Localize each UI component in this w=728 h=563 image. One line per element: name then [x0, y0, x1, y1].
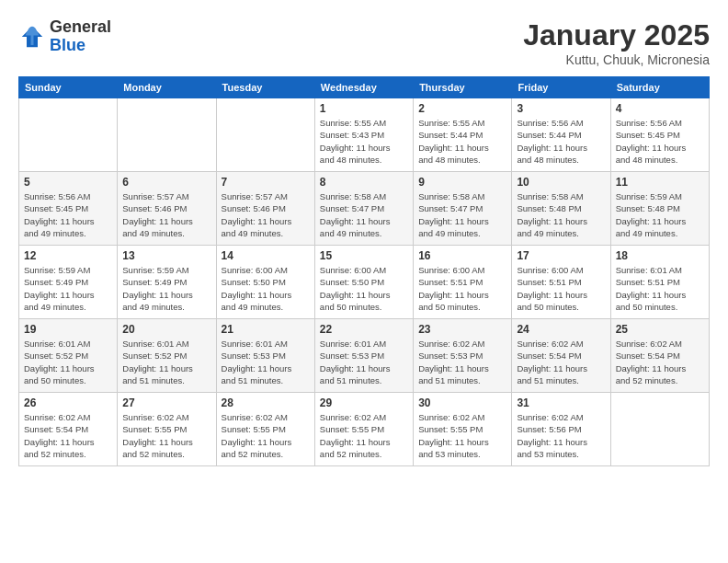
day-number: 3 [517, 102, 605, 115]
header-tuesday: Tuesday [216, 77, 314, 98]
day-info: Sunrise: 5:57 AMSunset: 5:46 PMDaylight:… [222, 190, 310, 239]
table-row: 28Sunrise: 6:02 AMSunset: 5:55 PMDayligh… [216, 393, 314, 466]
day-info: Sunrise: 6:02 AMSunset: 5:56 PMDaylight:… [517, 411, 605, 460]
table-row: 9Sunrise: 5:58 AMSunset: 5:47 PMDaylight… [414, 172, 512, 246]
day-number: 15 [320, 249, 408, 262]
day-number: 17 [517, 249, 605, 262]
table-row: 29Sunrise: 6:02 AMSunset: 5:55 PMDayligh… [314, 393, 413, 466]
day-info: Sunrise: 6:00 AMSunset: 5:51 PMDaylight:… [517, 264, 605, 313]
day-number: 27 [122, 396, 210, 409]
table-row: 5Sunrise: 5:56 AMSunset: 5:45 PMDaylight… [19, 172, 118, 246]
day-number: 30 [418, 396, 506, 409]
header-saturday: Saturday [610, 77, 709, 98]
day-info: Sunrise: 5:57 AMSunset: 5:46 PMDaylight:… [122, 190, 210, 239]
day-info: Sunrise: 5:58 AMSunset: 5:48 PMDaylight:… [517, 190, 605, 239]
table-row: 17Sunrise: 6:00 AMSunset: 5:51 PMDayligh… [512, 246, 610, 319]
table-row: 6Sunrise: 5:57 AMSunset: 5:46 PMDaylight… [118, 172, 216, 246]
table-row: 19Sunrise: 6:01 AMSunset: 5:52 PMDayligh… [19, 319, 118, 393]
day-info: Sunrise: 6:02 AMSunset: 5:55 PMDaylight:… [122, 411, 210, 460]
day-number: 11 [616, 176, 704, 189]
title-area: January 2025 Kuttu, Chuuk, Micronesia [523, 18, 710, 67]
day-info: Sunrise: 6:02 AMSunset: 5:55 PMDaylight:… [222, 411, 310, 460]
table-row: 15Sunrise: 6:00 AMSunset: 5:50 PMDayligh… [314, 246, 413, 319]
day-number: 26 [24, 396, 112, 409]
table-row: 12Sunrise: 5:59 AMSunset: 5:49 PMDayligh… [19, 246, 118, 319]
page: General Blue January 2025 Kuttu, Chuuk, … [0, 0, 728, 563]
day-number: 19 [24, 323, 112, 336]
day-info: Sunrise: 6:02 AMSunset: 5:55 PMDaylight:… [320, 411, 408, 460]
table-row: 11Sunrise: 5:59 AMSunset: 5:48 PMDayligh… [610, 172, 709, 246]
table-row [19, 98, 118, 172]
day-number: 6 [122, 176, 210, 189]
header-friday: Friday [512, 77, 610, 98]
day-info: Sunrise: 5:59 AMSunset: 5:48 PMDaylight:… [616, 190, 704, 239]
logo-icon [18, 23, 46, 51]
day-info: Sunrise: 6:02 AMSunset: 5:54 PMDaylight:… [24, 411, 112, 460]
day-number: 7 [222, 176, 310, 189]
table-row: 1Sunrise: 5:55 AMSunset: 5:43 PMDaylight… [314, 98, 413, 172]
day-info: Sunrise: 5:59 AMSunset: 5:49 PMDaylight:… [122, 264, 210, 313]
table-row: 24Sunrise: 6:02 AMSunset: 5:54 PMDayligh… [512, 319, 610, 393]
day-number: 13 [122, 249, 210, 262]
calendar-week-3: 12Sunrise: 5:59 AMSunset: 5:49 PMDayligh… [19, 246, 710, 319]
day-number: 21 [222, 323, 310, 336]
logo-general-text: General [50, 18, 111, 37]
day-number: 9 [418, 176, 506, 189]
day-info: Sunrise: 6:00 AMSunset: 5:51 PMDaylight:… [418, 264, 506, 313]
calendar: Sunday Monday Tuesday Wednesday Thursday… [18, 76, 710, 466]
day-number: 31 [517, 396, 605, 409]
table-row: 13Sunrise: 5:59 AMSunset: 5:49 PMDayligh… [118, 246, 216, 319]
day-info: Sunrise: 6:01 AMSunset: 5:53 PMDaylight:… [320, 338, 408, 386]
day-info: Sunrise: 5:59 AMSunset: 5:49 PMDaylight:… [24, 264, 112, 313]
day-info: Sunrise: 6:00 AMSunset: 5:50 PMDaylight:… [222, 264, 310, 313]
day-number: 8 [320, 176, 408, 189]
table-row: 4Sunrise: 5:56 AMSunset: 5:45 PMDaylight… [610, 98, 709, 172]
table-row: 3Sunrise: 5:56 AMSunset: 5:44 PMDaylight… [512, 98, 610, 172]
day-info: Sunrise: 5:58 AMSunset: 5:47 PMDaylight:… [320, 190, 408, 239]
table-row: 2Sunrise: 5:55 AMSunset: 5:44 PMDaylight… [414, 98, 512, 172]
day-info: Sunrise: 6:00 AMSunset: 5:50 PMDaylight:… [320, 264, 408, 313]
day-info: Sunrise: 5:55 AMSunset: 5:44 PMDaylight:… [418, 117, 506, 166]
table-row: 18Sunrise: 6:01 AMSunset: 5:51 PMDayligh… [610, 246, 709, 319]
table-row [118, 98, 216, 172]
table-row: 25Sunrise: 6:02 AMSunset: 5:54 PMDayligh… [610, 319, 709, 393]
day-number: 5 [24, 176, 112, 189]
day-number: 18 [616, 249, 704, 262]
table-row: 16Sunrise: 6:00 AMSunset: 5:51 PMDayligh… [414, 246, 512, 319]
day-number: 16 [418, 249, 506, 262]
table-row: 26Sunrise: 6:02 AMSunset: 5:54 PMDayligh… [19, 393, 118, 466]
day-info: Sunrise: 6:01 AMSunset: 5:52 PMDaylight:… [122, 338, 210, 386]
header-sunday: Sunday [19, 77, 118, 98]
month-title: January 2025 [523, 18, 710, 52]
header-wednesday: Wednesday [314, 77, 413, 98]
day-info: Sunrise: 5:55 AMSunset: 5:43 PMDaylight:… [320, 117, 408, 166]
day-info: Sunrise: 6:01 AMSunset: 5:52 PMDaylight:… [24, 338, 112, 386]
day-info: Sunrise: 5:56 AMSunset: 5:45 PMDaylight:… [24, 190, 112, 239]
day-number: 12 [24, 249, 112, 262]
day-info: Sunrise: 6:01 AMSunset: 5:51 PMDaylight:… [616, 264, 704, 313]
day-number: 1 [320, 102, 408, 115]
day-number: 29 [320, 396, 408, 409]
day-number: 28 [222, 396, 310, 409]
day-number: 2 [418, 102, 506, 115]
logo-text: General Blue [50, 18, 111, 55]
table-row: 23Sunrise: 6:02 AMSunset: 5:53 PMDayligh… [414, 319, 512, 393]
table-row: 7Sunrise: 5:57 AMSunset: 5:46 PMDaylight… [216, 172, 314, 246]
day-info: Sunrise: 5:56 AMSunset: 5:44 PMDaylight:… [517, 117, 605, 166]
day-number: 4 [616, 102, 704, 115]
calendar-week-2: 5Sunrise: 5:56 AMSunset: 5:45 PMDaylight… [19, 172, 710, 246]
day-info: Sunrise: 6:01 AMSunset: 5:53 PMDaylight:… [222, 338, 310, 386]
day-number: 14 [222, 249, 310, 262]
day-info: Sunrise: 6:02 AMSunset: 5:54 PMDaylight:… [616, 338, 704, 386]
calendar-week-1: 1Sunrise: 5:55 AMSunset: 5:43 PMDaylight… [19, 98, 710, 172]
table-row: 31Sunrise: 6:02 AMSunset: 5:56 PMDayligh… [512, 393, 610, 466]
logo-blue-text: Blue [50, 37, 111, 55]
day-info: Sunrise: 6:02 AMSunset: 5:55 PMDaylight:… [418, 411, 506, 460]
header-thursday: Thursday [414, 77, 512, 98]
table-row: 27Sunrise: 6:02 AMSunset: 5:55 PMDayligh… [118, 393, 216, 466]
day-number: 22 [320, 323, 408, 336]
header-monday: Monday [118, 77, 216, 98]
table-row: 20Sunrise: 6:01 AMSunset: 5:52 PMDayligh… [118, 319, 216, 393]
table-row: 30Sunrise: 6:02 AMSunset: 5:55 PMDayligh… [414, 393, 512, 466]
header: General Blue January 2025 Kuttu, Chuuk, … [18, 18, 710, 67]
